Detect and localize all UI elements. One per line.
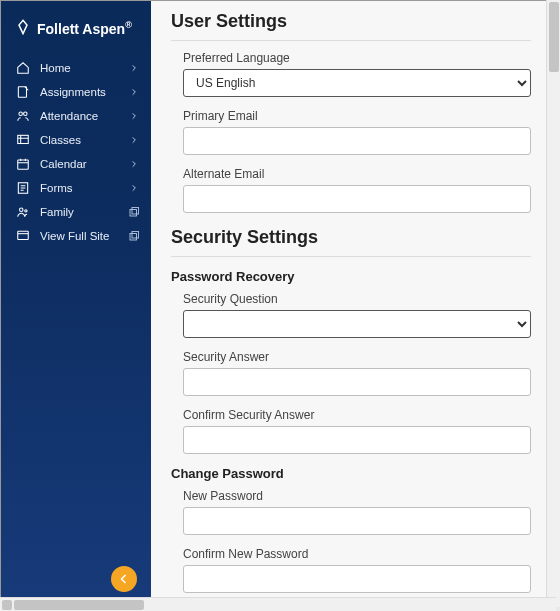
horizontal-scrollbar[interactable] (0, 597, 556, 611)
sidebar-item-family[interactable]: Family (1, 200, 151, 224)
svg-point-6 (19, 208, 23, 212)
svg-rect-4 (17, 160, 28, 169)
attendance-icon (15, 109, 30, 123)
field-security-question: Security Question (183, 292, 531, 338)
field-primary-email: Primary Email (183, 109, 531, 155)
svg-rect-3 (17, 135, 28, 143)
svg-point-1 (18, 112, 22, 116)
chevron-right-icon (127, 88, 141, 96)
sidebar-item-view-full-site[interactable]: View Full Site (1, 224, 151, 248)
divider (171, 256, 531, 257)
field-preferred-language: Preferred Language US English (183, 51, 531, 97)
change-password-heading: Change Password (171, 466, 531, 481)
svg-point-7 (24, 210, 26, 212)
brand-logo: Follett Aspen® (1, 15, 151, 56)
chevron-right-icon (127, 184, 141, 192)
preferred-language-label: Preferred Language (183, 51, 531, 65)
svg-rect-8 (130, 210, 137, 217)
primary-email-label: Primary Email (183, 109, 531, 123)
sidebar-item-assignments[interactable]: Assignments (1, 80, 151, 104)
external-link-icon (127, 206, 141, 218)
new-password-input[interactable] (183, 507, 531, 535)
brand-icon (15, 19, 31, 38)
forms-icon (15, 181, 30, 195)
svg-rect-10 (17, 231, 28, 239)
security-answer-label: Security Answer (183, 350, 531, 364)
alternate-email-label: Alternate Email (183, 167, 531, 181)
sidebar-item-label: Forms (40, 182, 117, 194)
home-icon (15, 61, 30, 75)
svg-rect-0 (18, 87, 26, 98)
family-icon (15, 205, 30, 219)
confirm-new-password-label: Confirm New Password (183, 547, 531, 561)
svg-rect-11 (130, 234, 137, 241)
chevron-right-icon (127, 136, 141, 144)
external-link-icon (127, 230, 141, 242)
full-site-icon (15, 229, 30, 243)
vertical-scrollbar[interactable] (546, 0, 560, 607)
user-settings-heading: User Settings (171, 11, 531, 32)
confirm-security-answer-label: Confirm Security Answer (183, 408, 531, 422)
svg-rect-9 (132, 208, 139, 215)
assignments-icon (15, 85, 30, 99)
divider (171, 40, 531, 41)
preferred-language-select[interactable]: US English (183, 69, 531, 97)
security-question-select[interactable] (183, 310, 531, 338)
chevron-right-icon (127, 64, 141, 72)
field-new-password: New Password (183, 489, 531, 535)
sidebar-item-label: View Full Site (40, 230, 117, 242)
sidebar-item-home[interactable]: Home (1, 56, 151, 80)
field-security-answer: Security Answer (183, 350, 531, 396)
sidebar-item-label: Family (40, 206, 117, 218)
alternate-email-input[interactable] (183, 185, 531, 213)
sidebar-item-label: Calendar (40, 158, 117, 170)
security-question-label: Security Question (183, 292, 531, 306)
sidebar-item-label: Assignments (40, 86, 117, 98)
svg-rect-12 (132, 232, 139, 239)
confirm-new-password-input[interactable] (183, 565, 531, 593)
collapse-sidebar-button[interactable] (111, 566, 137, 592)
chevron-right-icon (127, 160, 141, 168)
sidebar-item-label: Home (40, 62, 117, 74)
sidebar: Follett Aspen® Home Assignments At (1, 1, 151, 606)
field-confirm-new-password: Confirm New Password (183, 547, 531, 593)
confirm-security-answer-input[interactable] (183, 426, 531, 454)
security-settings-heading: Security Settings (171, 227, 531, 248)
field-confirm-security-answer: Confirm Security Answer (183, 408, 531, 454)
field-alternate-email: Alternate Email (183, 167, 531, 213)
sidebar-item-classes[interactable]: Classes (1, 128, 151, 152)
sidebar-item-label: Classes (40, 134, 117, 146)
sidebar-item-attendance[interactable]: Attendance (1, 104, 151, 128)
new-password-label: New Password (183, 489, 531, 503)
security-answer-input[interactable] (183, 368, 531, 396)
sidebar-item-label: Attendance (40, 110, 117, 122)
classes-icon (15, 133, 30, 147)
calendar-icon (15, 157, 30, 171)
brand-name: Follett Aspen® (37, 20, 132, 37)
primary-email-input[interactable] (183, 127, 531, 155)
sidebar-item-calendar[interactable]: Calendar (1, 152, 151, 176)
sidebar-item-forms[interactable]: Forms (1, 176, 151, 200)
password-recovery-heading: Password Recovery (171, 269, 531, 284)
chevron-right-icon (127, 112, 141, 120)
svg-point-2 (23, 112, 26, 116)
main-content: User Settings Preferred Language US Engl… (151, 1, 555, 606)
